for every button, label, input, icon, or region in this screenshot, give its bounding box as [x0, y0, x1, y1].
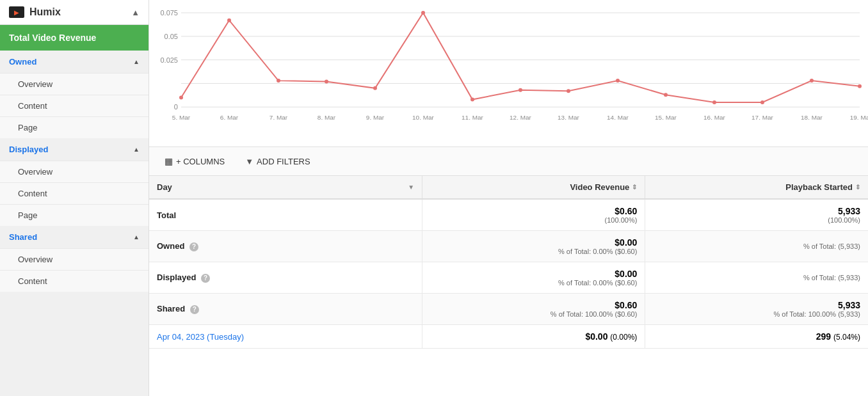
row-label: Total [157, 210, 176, 220]
revenue-sub: (100.00%) [430, 216, 637, 224]
chart-point [810, 79, 814, 83]
sidebar-item-owned-page[interactable]: Page [0, 116, 149, 138]
th-day-label: Day [157, 182, 172, 192]
row-label: Apr 04, 2023 (Tuesday) [157, 332, 244, 342]
humix-logo-icon [9, 6, 24, 18]
sidebar-header: Humix ▲ [0, 0, 149, 25]
table-row: Displayed ?$0.00% of Total: 0.00% ($0.60… [149, 262, 868, 294]
main-content: 0.075 0.05 0.025 0 [149, 0, 868, 396]
total-video-revenue-item[interactable]: Total Video Revenue [0, 25, 149, 51]
row-revenue-cell: $0.60% of Total: 100.00% ($0.60) [422, 294, 645, 325]
svg-text:19. Ma: 19. Ma [850, 114, 868, 121]
th-revenue-label: Video Revenue [570, 182, 629, 192]
owned-label: Owned [9, 57, 36, 67]
table-row: Owned ?$0.00% of Total: 0.00% ($0.60)% o… [149, 231, 868, 262]
table-toolbar: ▦ + COLUMNS ▼ ADD FILTERS [149, 147, 868, 176]
chart-point [227, 19, 231, 22]
chart-point [760, 100, 764, 104]
svg-text:5. Mar: 5. Mar [172, 114, 191, 121]
row-revenue-cell: $0.00% of Total: 0.00% ($0.60) [422, 262, 645, 294]
revenue-sub: % of Total: 100.00% ($0.60) [430, 310, 637, 318]
th-day[interactable]: Day ▼ [149, 176, 422, 199]
row-playback-cell: % of Total: (5,933) [645, 231, 868, 262]
owned-collapse-icon: ▲ [133, 58, 140, 65]
playback-sub: % of Total: 100.00% (5,933) [653, 310, 860, 318]
revenue-main: $0.00 [430, 269, 637, 279]
th-revenue[interactable]: Video Revenue ⇕ [422, 176, 645, 199]
sidebar-item-displayed-overview[interactable]: Overview [0, 161, 149, 182]
chart-point [616, 79, 620, 83]
revenue-main: $0.00 [430, 237, 637, 248]
row-label-cell: Apr 04, 2023 (Tuesday) [149, 325, 422, 349]
row-revenue-cell: $0.00% of Total: 0.00% ($0.60) [422, 231, 645, 262]
chart-point [567, 89, 570, 93]
row-label: Owned [157, 241, 184, 251]
svg-text:9. Mar: 9. Mar [366, 114, 385, 121]
svg-text:0.05: 0.05 [165, 33, 178, 40]
row-label-cell: Displayed ? [149, 262, 422, 294]
chart-point [858, 84, 862, 88]
sidebar-section-shared[interactable]: Shared ▲ [0, 226, 149, 248]
columns-button[interactable]: ▦ + COLUMNS [159, 154, 230, 169]
svg-text:13. Mar: 13. Mar [558, 114, 580, 121]
row-label: Shared [157, 304, 185, 313]
svg-text:18. Mar: 18. Mar [801, 114, 823, 121]
svg-text:0.025: 0.025 [160, 56, 178, 64]
row-playback-cell: 5,933(100.00%) [645, 199, 868, 231]
svg-text:0: 0 [174, 103, 178, 111]
filters-button[interactable]: ▼ ADD FILTERS [240, 154, 315, 169]
table-row: Apr 04, 2023 (Tuesday)$0.00 (0.00%)299 (… [149, 325, 868, 349]
sidebar-item-displayed-page[interactable]: Page [0, 204, 149, 226]
row-playback-cell: 5,933% of Total: 100.00% (5,933) [645, 294, 868, 325]
chart-point [712, 100, 716, 104]
columns-icon: ▦ [165, 156, 173, 166]
help-icon[interactable]: ? [189, 242, 198, 251]
table-row: Total$0.60(100.00%)5,933(100.00%) [149, 199, 868, 231]
th-playback[interactable]: Playback Started ⇕ [645, 176, 868, 199]
chart-point [421, 11, 425, 15]
svg-text:12. Mar: 12. Mar [510, 114, 532, 121]
sidebar-item-shared-content[interactable]: Content [0, 270, 149, 292]
th-playback-sort-icon: ⇕ [855, 184, 860, 191]
shared-label: Shared [9, 232, 37, 242]
playback-sub: (100.00%) [653, 216, 860, 224]
sidebar-item-shared-overview[interactable]: Overview [0, 248, 149, 270]
row-label-cell: Owned ? [149, 231, 422, 262]
help-icon[interactable]: ? [201, 274, 210, 283]
chart-point [277, 79, 280, 83]
svg-text:17. Mar: 17. Mar [751, 114, 774, 121]
chart-area: 0.075 0.05 0.025 0 [149, 0, 868, 147]
sidebar-item-owned-overview[interactable]: Overview [0, 73, 149, 95]
svg-text:11. Mar: 11. Mar [462, 114, 484, 121]
sidebar-item-displayed-content[interactable]: Content [0, 182, 149, 204]
row-label: Displayed [157, 273, 196, 282]
help-icon[interactable]: ? [190, 305, 199, 314]
displayed-label: Displayed [9, 145, 48, 154]
revenue-sub: % of Total: 0.00% ($0.60) [430, 279, 637, 287]
svg-text:8. Mar: 8. Mar [317, 114, 336, 121]
data-table-container: Day ▼ Video Revenue ⇕ Playback Started [149, 176, 868, 396]
playback-sub: % of Total: (5,933) [653, 242, 860, 250]
th-playback-label: Playback Started [785, 182, 853, 192]
svg-text:15. Mar: 15. Mar [655, 114, 677, 121]
sidebar-section-owned[interactable]: Owned ▲ [0, 51, 149, 73]
row-revenue-cell: $0.60(100.00%) [422, 199, 645, 231]
sidebar: Humix ▲ Total Video Revenue Owned ▲ Over… [0, 0, 149, 396]
shared-collapse-icon: ▲ [133, 234, 140, 241]
chart-point [664, 93, 668, 97]
th-day-sort-icon: ▼ [408, 184, 414, 191]
svg-text:16. Mar: 16. Mar [703, 114, 726, 121]
svg-text:10. Mar: 10. Mar [412, 114, 435, 121]
table-row: Shared ?$0.60% of Total: 100.00% ($0.60)… [149, 294, 868, 325]
svg-text:14. Mar: 14. Mar [607, 114, 629, 121]
sidebar-title: Humix [29, 6, 61, 18]
playback-sub: % of Total: (5,933) [653, 274, 860, 281]
row-label-cell: Total [149, 199, 422, 231]
collapse-icon[interactable]: ▲ [131, 8, 140, 17]
row-revenue-cell: $0.00 (0.00%) [422, 325, 645, 349]
svg-text:6. Mar: 6. Mar [220, 114, 239, 121]
sidebar-section-displayed[interactable]: Displayed ▲ [0, 138, 149, 161]
revenue-sub: % of Total: 0.00% ($0.60) [430, 248, 637, 255]
sidebar-item-owned-content[interactable]: Content [0, 95, 149, 116]
displayed-collapse-icon: ▲ [133, 146, 140, 153]
